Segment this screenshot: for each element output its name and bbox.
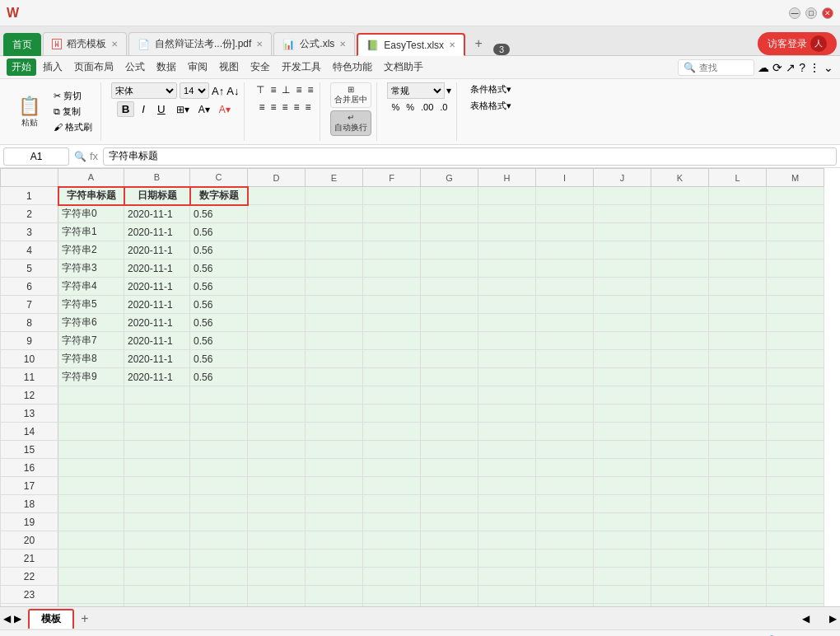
cell-l11[interactable] (709, 368, 767, 386)
cell-k21[interactable] (651, 549, 709, 568)
cell-l8[interactable] (709, 314, 767, 332)
font-name-select[interactable]: 宋体 (111, 82, 177, 99)
tab-pdf[interactable]: 📄 自然辩证法考...份].pdf ✕ (128, 32, 272, 55)
cell-k14[interactable] (651, 423, 709, 441)
cell-h2[interactable] (478, 205, 536, 223)
cell-h22[interactable] (478, 568, 536, 586)
auto-wrap-button[interactable]: ↵ 自动换行 (330, 110, 371, 136)
cell-m10[interactable] (767, 350, 824, 368)
cell-a5[interactable]: 字符串3 (58, 260, 124, 278)
cell-g18[interactable] (421, 495, 478, 513)
cell-d18[interactable] (248, 495, 306, 513)
cell-c15[interactable] (190, 441, 248, 459)
cell-e6[interactable] (306, 278, 363, 296)
fill-color-button[interactable]: A▾ (195, 102, 213, 117)
align-middle-button[interactable]: ≡ (268, 82, 278, 97)
cell-f10[interactable] (363, 350, 421, 368)
cell-f5[interactable] (363, 260, 421, 278)
cell-c2[interactable]: 0.56 (190, 205, 248, 223)
cell-e8[interactable] (306, 314, 363, 332)
cell-e23[interactable] (306, 586, 363, 604)
cell-d21[interactable] (248, 549, 306, 568)
cell-e16[interactable] (306, 459, 363, 477)
cell-j7[interactable] (594, 296, 651, 314)
cell-f11[interactable] (363, 368, 421, 386)
cell-e21[interactable] (306, 549, 363, 568)
col-header-i[interactable]: I (536, 169, 594, 187)
col-header-e[interactable]: E (306, 169, 363, 187)
cell-h9[interactable] (478, 332, 536, 350)
row-num-20[interactable]: 20 (1, 531, 58, 549)
cell-j11[interactable] (594, 368, 651, 386)
cell-m12[interactable] (767, 386, 824, 405)
cell-c21[interactable] (190, 549, 248, 568)
cell-k6[interactable] (651, 278, 709, 296)
ribbon-nav-special[interactable]: 特色功能 (328, 58, 377, 76)
cell-b21[interactable] (124, 549, 190, 568)
cell-g24[interactable] (421, 604, 478, 607)
cell-c23[interactable] (190, 586, 248, 604)
align-right2-button[interactable]: ≡ (306, 82, 315, 97)
cell-k11[interactable] (651, 368, 709, 386)
cell-f20[interactable] (363, 531, 421, 549)
row-num-19[interactable]: 19 (1, 513, 58, 531)
cell-j4[interactable] (594, 241, 651, 260)
cell-b4[interactable]: 2020-11-1 (124, 241, 190, 260)
cell-b24[interactable] (124, 604, 190, 607)
cell-f18[interactable] (363, 495, 421, 513)
cell-e1[interactable] (306, 187, 363, 205)
table-format-button[interactable]: 表格格式▾ (467, 99, 515, 113)
align-r4-button[interactable]: ≡ (303, 100, 312, 115)
cell-l3[interactable] (709, 223, 767, 241)
font-size-increase-button[interactable]: A↑ (212, 85, 224, 97)
cell-h19[interactable] (478, 513, 536, 531)
cell-l23[interactable] (709, 586, 767, 604)
cell-b10[interactable]: 2020-11-1 (124, 350, 190, 368)
minimize-button[interactable]: — (789, 7, 800, 19)
cell-f8[interactable] (363, 314, 421, 332)
cell-h23[interactable] (478, 586, 536, 604)
cell-d16[interactable] (248, 459, 306, 477)
row-num-21[interactable]: 21 (1, 549, 58, 568)
cell-g9[interactable] (421, 332, 478, 350)
cell-e13[interactable] (306, 405, 363, 423)
cell-g23[interactable] (421, 586, 478, 604)
cell-a4[interactable]: 字符串2 (58, 241, 124, 260)
cell-m2[interactable] (767, 205, 824, 223)
font-size-decrease-button[interactable]: A↓ (226, 85, 239, 97)
cell-k4[interactable] (651, 241, 709, 260)
thousands-button[interactable]: % (404, 101, 417, 113)
cell-g12[interactable] (421, 386, 478, 405)
col-header-h[interactable]: H (478, 169, 536, 187)
scroll-left-button[interactable]: ◀ (802, 613, 810, 624)
cell-l24[interactable] (709, 604, 767, 607)
cell-k24[interactable] (651, 604, 709, 607)
cell-a16[interactable] (58, 459, 124, 477)
align-more-button[interactable]: ≡ (292, 100, 301, 115)
cell-d12[interactable] (248, 386, 306, 405)
cell-j6[interactable] (594, 278, 651, 296)
cell-m11[interactable] (767, 368, 824, 386)
col-header-b[interactable]: B (124, 169, 190, 187)
tab-formula[interactable]: 📊 公式.xls ✕ (273, 32, 355, 55)
ribbon-nav-home[interactable]: 开始 (7, 58, 36, 76)
formula-symbol[interactable]: fx (90, 150, 98, 162)
cell-m22[interactable] (767, 568, 824, 586)
cell-m17[interactable] (767, 477, 824, 495)
cell-c6[interactable]: 0.56 (190, 278, 248, 296)
cell-f2[interactable] (363, 205, 421, 223)
cell-b6[interactable]: 2020-11-1 (124, 278, 190, 296)
cell-k10[interactable] (651, 350, 709, 368)
cell-h10[interactable] (478, 350, 536, 368)
cell-d7[interactable] (248, 296, 306, 314)
row-num-4[interactable]: 4 (1, 241, 58, 260)
sheet-scroll-left[interactable]: ◀ (3, 613, 11, 624)
tab-easytest-close[interactable]: ✕ (449, 40, 455, 49)
cell-i24[interactable] (536, 604, 594, 607)
cell-i10[interactable] (536, 350, 594, 368)
row-num-11[interactable]: 11 (1, 368, 58, 386)
row-num-2[interactable]: 2 (1, 205, 58, 223)
cell-a1[interactable]: 字符串标题 (58, 187, 124, 205)
cell-m18[interactable] (767, 495, 824, 513)
cell-m9[interactable] (767, 332, 824, 350)
